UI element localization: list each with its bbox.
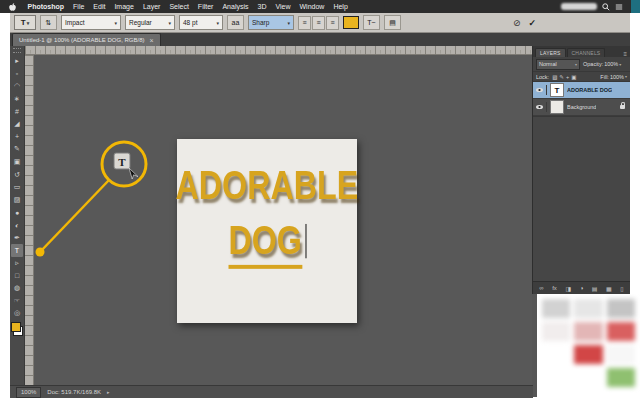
menu-photoshop[interactable]: Photoshop <box>23 3 69 10</box>
font-style-select[interactable]: Regular ▾ <box>125 15 175 30</box>
align-right-button[interactable]: ≡ <box>326 16 339 30</box>
menu-filter[interactable]: Filter <box>193 3 218 10</box>
path-selection-tool[interactable]: ▹ <box>11 257 23 270</box>
menu-help[interactable]: Help <box>329 3 352 10</box>
tab-layers[interactable]: LAYERS <box>535 48 566 57</box>
adjustment-layer-icon[interactable]: ◑ <box>580 285 584 291</box>
eyedropper-tool[interactable]: ◢ <box>11 118 23 131</box>
lock-all-icon[interactable]: ▣ <box>571 74 576 80</box>
commit-edit-button[interactable]: ✓ <box>529 18 537 28</box>
anti-alias-select[interactable]: Sharp ▾ <box>248 15 294 30</box>
brush-tool[interactable]: ✎ <box>11 143 23 156</box>
layer-row-adorable-dog[interactable]: TADORABLE DOG <box>533 82 630 99</box>
opacity-control[interactable]: Opacity: 100% ▾ <box>583 61 621 67</box>
lock-row: Lock: ▨✎+▣ Fill: 100% ▾ <box>533 72 630 82</box>
tools-panel: ▸▫◠∗#◢+✎▣↺▭▨●◐✒T▹□◍☞◎ <box>10 46 25 385</box>
fill-control[interactable]: Fill: 100% ▾ <box>600 74 627 80</box>
blend-mode-select[interactable]: Normal ▾ <box>536 59 580 70</box>
page-fragment <box>631 0 640 13</box>
move-tool[interactable]: ▸ <box>11 55 23 68</box>
document-tab[interactable]: Untitled-1 @ 100% (ADORABLE DOG, RGB/8) … <box>12 33 161 46</box>
lock-transparency-icon[interactable]: ▨ <box>552 74 557 80</box>
gradient-tool[interactable]: ▨ <box>11 194 23 207</box>
crop-tool[interactable]: # <box>11 105 23 118</box>
lock-pixels-icon[interactable]: ✎ <box>559 74 564 80</box>
menu-window[interactable]: Window <box>295 3 329 10</box>
pen-tool[interactable]: ✒ <box>11 231 23 244</box>
status-options-arrow[interactable]: ▸ <box>107 389 110 395</box>
3d-rotate-tool[interactable]: ◍ <box>11 282 23 295</box>
menu-analysis[interactable]: Analysis <box>218 3 253 10</box>
quick-selection-tool[interactable]: ∗ <box>11 93 23 106</box>
text-color-swatch[interactable] <box>343 16 359 29</box>
lasso-tool[interactable]: ◠ <box>11 80 23 93</box>
blurred-content-block <box>542 368 570 387</box>
font-family-select[interactable]: Impact ▾ <box>61 15 121 30</box>
history-brush-tool[interactable]: ↺ <box>11 168 23 181</box>
menubar-clock-blurred <box>561 3 597 10</box>
layer-thumbnail[interactable] <box>550 100 564 114</box>
layer-visibility-icon[interactable] <box>535 85 547 95</box>
dodge-tool[interactable]: ◐ <box>11 219 23 232</box>
fill-value: 100% <box>610 74 624 80</box>
link-layers-icon[interactable]: ∞ <box>539 285 543 291</box>
healing-brush-tool[interactable]: + <box>11 131 23 144</box>
toggle-panels-button[interactable]: ▤ <box>384 15 401 30</box>
tab-channels[interactable]: CHANNELS <box>567 48 606 57</box>
svg-text:T: T <box>118 156 126 168</box>
layer-row-background[interactable]: Background <box>533 99 630 116</box>
layer-group-icon[interactable]: ▤ <box>592 285 598 292</box>
align-center-button[interactable]: ≡ <box>312 16 325 30</box>
shape-tool[interactable]: □ <box>11 269 23 282</box>
layers-empty-area <box>533 117 630 281</box>
layer-thumbnail[interactable]: T <box>550 83 564 97</box>
hand-tool[interactable]: ☞ <box>11 294 23 307</box>
edit-commit-group: ⊘ ✓ <box>513 18 536 28</box>
zoom-level-field[interactable]: 100% <box>16 387 41 398</box>
align-left-button[interactable]: ≡ <box>298 16 311 30</box>
opacity-value: 100% <box>604 61 618 67</box>
menu-image[interactable]: Image <box>110 3 138 10</box>
blurred-content-block <box>607 322 635 341</box>
menubar-status-area <box>561 0 640 13</box>
spotlight-search-icon[interactable] <box>602 3 610 11</box>
menu-edit[interactable]: Edit <box>89 3 110 10</box>
blurred-content-block <box>607 299 635 318</box>
menu-select[interactable]: Select <box>165 3 193 10</box>
anti-alias-value: Sharp <box>252 19 269 26</box>
canvas-viewport[interactable]: ADORABLE DOG T <box>34 55 532 385</box>
text-orientation-button[interactable]: ⇅ <box>40 15 57 30</box>
font-family-value: Impact <box>65 19 85 26</box>
blur-grid <box>537 294 640 392</box>
font-size-value: 48 pt <box>183 19 197 26</box>
warp-text-button[interactable]: T~ <box>363 15 380 30</box>
menu-file[interactable]: File <box>69 3 89 10</box>
layer-visibility-icon[interactable] <box>535 102 547 112</box>
layer-mask-icon[interactable]: ◨ <box>565 285 571 292</box>
clone-stamp-tool[interactable]: ▣ <box>11 156 23 169</box>
type-tool[interactable]: T <box>11 244 23 257</box>
new-layer-icon[interactable]: ▦ <box>606 285 612 292</box>
panel-grip[interactable] <box>13 48 21 53</box>
eraser-tool[interactable]: ▭ <box>11 181 23 194</box>
document-canvas[interactable]: ADORABLE DOG <box>177 139 357 323</box>
menu-view[interactable]: View <box>271 3 295 10</box>
blur-tool[interactable]: ● <box>11 206 23 219</box>
chevron-down-icon: ▾ <box>216 20 219 26</box>
close-tab-icon[interactable]: × <box>149 37 153 44</box>
status-bar: 100% Doc: 519.7K/169.8K ▸ <box>10 385 533 398</box>
menu-3d[interactable]: 3D <box>253 3 271 10</box>
zoom-tool[interactable]: ◎ <box>11 307 23 320</box>
font-size-select[interactable]: 48 pt ▾ <box>179 15 223 30</box>
delete-layer-icon[interactable]: ▯ <box>620 285 623 292</box>
marquee-tool[interactable]: ▫ <box>11 68 23 81</box>
cancel-edit-button[interactable]: ⊘ <box>513 18 521 28</box>
menu-layer[interactable]: Layer <box>138 3 165 10</box>
notification-list-icon[interactable] <box>615 3 623 11</box>
current-tool-preset[interactable]: T ▾ <box>14 15 36 30</box>
blurred-content-block <box>542 299 570 318</box>
layer-effects-icon[interactable]: fx <box>552 285 557 291</box>
lock-position-icon[interactable]: + <box>566 74 569 80</box>
apple-menu-icon[interactable] <box>8 2 17 12</box>
foreground-color-swatch[interactable] <box>11 322 21 332</box>
